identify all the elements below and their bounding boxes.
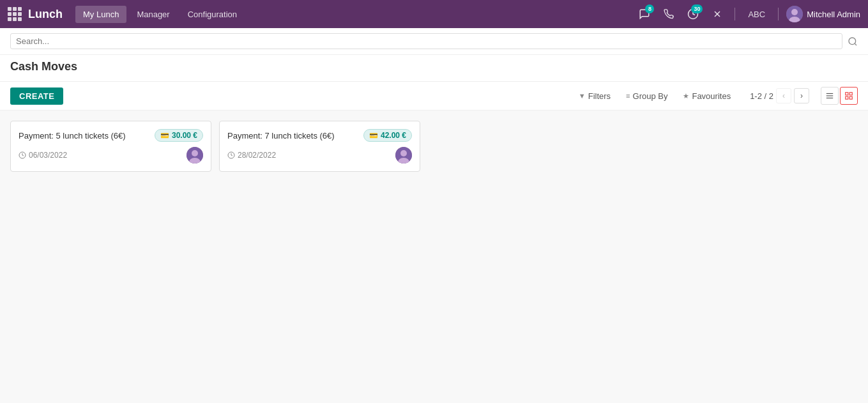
card-avatar-1 [187,147,203,163]
card-top-2: Payment: 7 lunch tickets (6€) 💳 42.00 € [227,129,412,142]
create-button[interactable]: CREATE [10,87,63,105]
cash-card-1[interactable]: Payment: 5 lunch tickets (6€) 💳 30.00 € … [10,121,211,172]
star-icon: ★ [683,92,689,100]
view-buttons [821,87,858,105]
pagination-text: 1-2 / 2 [750,91,773,101]
card-avatar-2 [395,147,412,163]
search-input[interactable] [16,36,837,46]
card-title-1: Payment: 5 lunch tickets (6€) [19,131,126,141]
svg-point-17 [192,150,198,156]
card-amount-1: 💳 30.00 € [155,129,203,142]
credit-icon-2: 💳 [369,132,378,140]
svg-rect-11 [846,93,848,95]
card-date-2: 28/02/2022 [227,151,276,160]
search-container [10,33,842,49]
topbar-nav: My Lunch Manager Configuration [75,6,635,23]
svg-point-4 [791,9,798,15]
amount-value-2: 42.00 € [381,131,406,140]
favourites-label: Favourites [692,91,731,101]
list-view-button[interactable] [821,87,839,105]
svg-rect-12 [849,93,852,95]
pagination: 1-2 / 2 ‹ › [750,88,809,103]
chat-icon-btn[interactable]: 8 [635,4,654,24]
svg-rect-13 [846,96,848,99]
activity-badge: 30 [691,4,703,13]
filters-label: Filters [588,91,611,101]
card-bottom-2: 28/02/2022 [227,147,412,163]
groupby-label: Group By [633,91,668,101]
credit-icon-1: 💳 [160,132,169,140]
page-title: Cash Moves [10,60,858,73]
next-page-button[interactable]: › [794,88,809,103]
card-grid: Payment: 5 lunch tickets (6€) 💳 30.00 € … [0,110,868,182]
card-amount-2: 💳 42.00 € [363,129,412,142]
kanban-view-button[interactable] [840,87,858,105]
svg-line-7 [855,43,857,45]
content-area: Cash Moves CREATE ▼ Filters ≡ Group By ★… [0,28,868,403]
activity-icon-btn[interactable]: 30 [683,4,703,24]
nav-configuration[interactable]: Configuration [180,6,245,23]
svg-point-21 [400,150,407,156]
action-bar: CREATE ▼ Filters ≡ Group By ★ Favourites… [0,82,868,110]
cash-card-2[interactable]: Payment: 7 lunch tickets (6€) 💳 42.00 € … [219,121,420,172]
search-icon[interactable] [848,36,858,47]
card-top-1: Payment: 5 lunch tickets (6€) 💳 30.00 € [19,129,203,142]
user-name: Mitchell Admin [807,10,860,19]
filters-button[interactable]: ▼ Filters [575,89,614,103]
nav-my-lunch[interactable]: My Lunch [75,6,126,23]
filter-icon: ▼ [579,92,586,100]
groupby-icon: ≡ [626,92,630,100]
close-icon-btn[interactable] [708,4,727,24]
favourites-button[interactable]: ★ Favourites [679,89,735,103]
abc-label: ABC [743,7,770,22]
amount-value-1: 30.00 € [172,131,197,140]
topbar: Lunch My Lunch Manager Configuration 8 3… [0,0,868,28]
chat-badge: 8 [645,4,654,13]
app-name: Lunch [28,8,63,21]
apps-menu-icon[interactable] [8,7,22,21]
topbar-divider [735,8,735,20]
card-date-1: 06/03/2022 [19,151,67,160]
prev-page-button[interactable]: ‹ [776,88,791,103]
svg-point-6 [849,38,856,45]
svg-rect-14 [849,96,852,99]
groupby-button[interactable]: ≡ Group By [622,89,671,103]
card-bottom-1: 06/03/2022 [19,147,203,163]
phone-icon-btn[interactable] [659,4,678,24]
topbar-right: 8 30 ABC Mitchell Admin [635,4,860,24]
topbar-divider-2 [778,8,779,20]
card-title-2: Payment: 7 lunch tickets (6€) [227,131,335,141]
user-menu[interactable]: Mitchell Admin [786,6,860,22]
avatar [786,6,803,22]
nav-manager[interactable]: Manager [129,6,177,23]
filter-bar: ▼ Filters ≡ Group By ★ Favourites 1-2 / … [575,87,858,105]
